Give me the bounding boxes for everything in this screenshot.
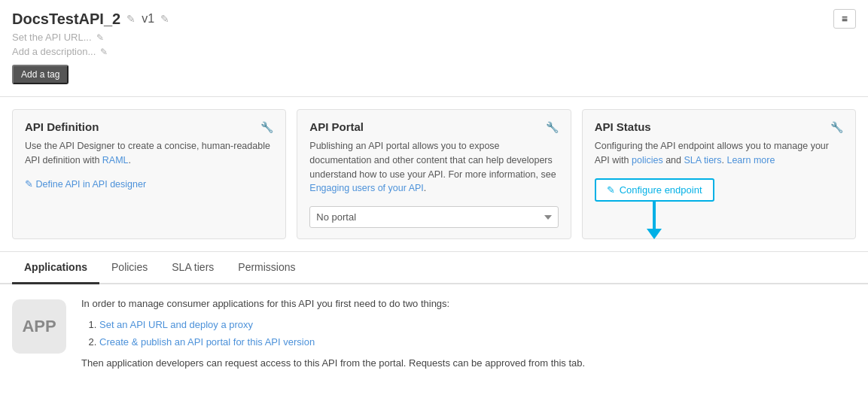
tab-sla-tiers[interactable]: SLA tiers bbox=[160, 252, 226, 284]
api-status-title: API Status bbox=[595, 120, 651, 133]
learn-more-link[interactable]: Learn more bbox=[726, 155, 775, 166]
tab-policies[interactable]: Policies bbox=[99, 252, 160, 284]
api-portal-settings-icon[interactable]: 🔧 bbox=[546, 121, 559, 133]
api-definition-body: Use the API Designer to create a concise… bbox=[25, 139, 273, 168]
configure-wrench-icon: ✎ bbox=[607, 184, 615, 196]
api-version: v1 bbox=[142, 12, 154, 26]
engaging-users-link[interactable]: Engaging users of your API bbox=[309, 183, 423, 193]
header-area: DocsTestAPI_2 ✎ v1 ✎ ≡ Set the API URL..… bbox=[0, 0, 868, 97]
app-description-intro: In order to manage consumer applications… bbox=[81, 296, 856, 311]
step2-link[interactable]: Create & publish an API portal for this … bbox=[99, 336, 315, 348]
api-status-card: API Status 🔧 Configuring the API endpoin… bbox=[582, 109, 856, 239]
app-icon-text: APP bbox=[22, 317, 56, 336]
api-url-edit-icon[interactable]: ✎ bbox=[96, 32, 104, 43]
list-item: Create & publish an API portal for this … bbox=[99, 335, 856, 350]
app-steps-list: Set an API URL and deploy a proxy Create… bbox=[99, 317, 856, 350]
api-url-placeholder: Set the API URL... bbox=[12, 32, 92, 43]
cards-row: API Definition 🔧 Use the API Designer to… bbox=[0, 97, 868, 252]
api-portal-card: API Portal 🔧 Publishing an API portal al… bbox=[297, 109, 571, 239]
app-description-outro: Then application developers can request … bbox=[81, 356, 856, 371]
api-definition-title: API Definition bbox=[25, 120, 99, 133]
api-title: DocsTestAPI_2 bbox=[12, 11, 120, 28]
raml-link[interactable]: RAML bbox=[102, 155, 129, 166]
applications-tab-content: APP In order to manage consumer applicat… bbox=[0, 284, 868, 388]
api-definition-settings-icon[interactable]: 🔧 bbox=[260, 121, 273, 133]
api-description-edit-icon[interactable]: ✎ bbox=[100, 47, 108, 57]
portal-select[interactable]: No portal bbox=[309, 206, 558, 228]
arrow-indicator bbox=[647, 202, 662, 239]
api-status-settings-icon[interactable]: 🔧 bbox=[830, 121, 843, 133]
api-portal-body: Publishing an API portal allows you to e… bbox=[309, 139, 558, 196]
menu-button[interactable]: ≡ bbox=[833, 9, 856, 29]
api-status-body: Configuring the API endpoint allows you … bbox=[595, 139, 843, 168]
api-title-edit-icon[interactable]: ✎ bbox=[126, 13, 136, 25]
tab-permissions[interactable]: Permissions bbox=[226, 252, 307, 284]
tab-applications[interactable]: Applications bbox=[12, 252, 99, 284]
app-icon: APP bbox=[12, 299, 66, 354]
list-item: Set an API URL and deploy a proxy bbox=[99, 317, 856, 333]
api-version-edit-icon[interactable]: ✎ bbox=[160, 13, 169, 25]
app-description: In order to manage consumer applications… bbox=[81, 296, 856, 376]
define-api-link-icon: ✎ bbox=[25, 179, 33, 190]
api-definition-card: API Definition 🔧 Use the API Designer to… bbox=[12, 109, 286, 239]
configure-endpoint-button[interactable]: ✎ Configure endpoint bbox=[595, 178, 714, 202]
sla-tiers-link[interactable]: SLA tiers bbox=[684, 155, 721, 166]
policies-link[interactable]: policies bbox=[632, 155, 663, 166]
api-portal-title: API Portal bbox=[309, 120, 364, 133]
step1-link[interactable]: Set an API URL and deploy a proxy bbox=[99, 319, 253, 330]
define-api-link[interactable]: ✎ Define API in API designer bbox=[25, 179, 146, 190]
tabs-row: Applications Policies SLA tiers Permissi… bbox=[0, 252, 868, 284]
api-description-placeholder: Add a description... bbox=[12, 46, 96, 57]
add-tag-button[interactable]: Add a tag bbox=[12, 65, 69, 84]
